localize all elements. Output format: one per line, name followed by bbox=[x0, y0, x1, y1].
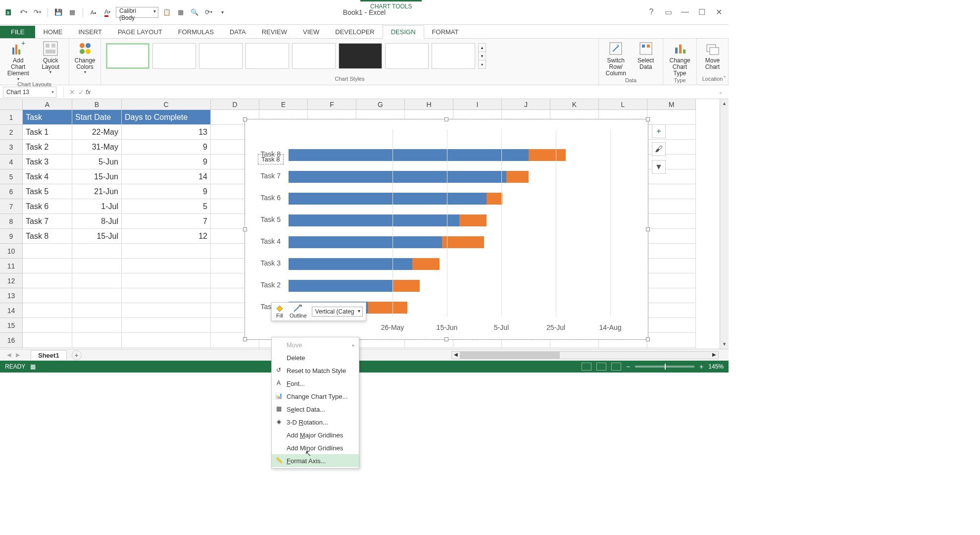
chart-bar[interactable] bbox=[289, 280, 420, 292]
fill-button[interactable]: Fill bbox=[275, 305, 285, 319]
change-colors-button[interactable]: Change Colors▾ bbox=[74, 41, 96, 75]
cell[interactable] bbox=[23, 318, 72, 333]
chart-plot-area[interactable]: Task 8 Task 8Task 7Task 6Task 5Task 4Tas… bbox=[253, 129, 636, 317]
row-header[interactable]: 1 bbox=[0, 110, 23, 125]
menu-reset-to-match-style[interactable]: ↺Reset to Match Style bbox=[272, 364, 359, 377]
chart-style-7[interactable] bbox=[385, 43, 429, 69]
menu-3d-rotation[interactable]: ◈3-D Rotation... bbox=[272, 416, 359, 428]
cell[interactable]: 15-Jul bbox=[72, 229, 122, 244]
chart-elements-button[interactable]: + bbox=[652, 124, 666, 138]
gallery-down-icon[interactable]: ▼ bbox=[479, 52, 486, 60]
sheet-nav-prev-icon[interactable]: ◀ bbox=[7, 352, 11, 358]
chart-style-8[interactable] bbox=[432, 43, 475, 69]
col-header-J[interactable]: J bbox=[502, 99, 550, 110]
cell[interactable] bbox=[72, 273, 122, 288]
zoom-out-button[interactable]: − bbox=[626, 363, 630, 371]
cell[interactable] bbox=[647, 229, 696, 244]
macro-record-icon[interactable]: ▦ bbox=[30, 363, 36, 370]
row-header[interactable]: 8 bbox=[0, 214, 23, 229]
cell[interactable]: 14 bbox=[122, 169, 211, 184]
cell[interactable] bbox=[23, 259, 72, 273]
chart-bar[interactable] bbox=[289, 258, 440, 270]
cell[interactable]: 9 bbox=[122, 140, 211, 155]
cell[interactable] bbox=[122, 303, 211, 318]
zoom-in-button[interactable]: + bbox=[699, 363, 703, 371]
col-header-E[interactable]: E bbox=[259, 99, 308, 110]
menu-format-axis[interactable]: 📏Format Axis... bbox=[272, 454, 359, 467]
chart-filters-button[interactable]: ▼ bbox=[652, 160, 666, 174]
tab-insert[interactable]: INSERT bbox=[70, 26, 109, 38]
horizontal-scrollbar[interactable]: ◀ ▶ bbox=[451, 351, 719, 359]
row-header[interactable]: 2 bbox=[0, 125, 23, 140]
cell[interactable]: Days to Complete bbox=[122, 110, 211, 125]
chart-style-1[interactable] bbox=[106, 43, 149, 69]
row-header[interactable]: 4 bbox=[0, 155, 23, 169]
cell[interactable] bbox=[647, 259, 696, 273]
col-header-K[interactable]: K bbox=[550, 99, 599, 110]
cell[interactable]: Start Date bbox=[72, 110, 122, 125]
cell[interactable]: Task 6 bbox=[23, 199, 72, 214]
cell[interactable] bbox=[647, 110, 696, 125]
cell[interactable] bbox=[72, 303, 122, 318]
chart-styles-button[interactable]: 🖌 bbox=[652, 142, 666, 156]
expand-formula-bar-icon[interactable]: ⌄ bbox=[719, 89, 726, 95]
cell[interactable]: 7 bbox=[122, 214, 211, 229]
sheet-nav-next-icon[interactable]: ▶ bbox=[16, 352, 20, 358]
cell[interactable]: Task bbox=[23, 110, 72, 125]
refresh-icon[interactable]: ⟳▾ bbox=[203, 7, 214, 18]
formula-input[interactable] bbox=[94, 87, 719, 98]
row-header[interactable]: 10 bbox=[0, 244, 23, 259]
col-header-L[interactable]: L bbox=[599, 99, 647, 110]
ribbon-collapse-icon[interactable]: ˆ bbox=[724, 76, 726, 83]
ribbon-display-options-icon[interactable]: ▭ bbox=[663, 7, 673, 17]
cell[interactable] bbox=[647, 288, 696, 303]
menu-font[interactable]: AFont... bbox=[272, 377, 359, 390]
menu-add-minor-gridlines[interactable]: Add Minor Gridlines bbox=[272, 441, 359, 454]
qat-customize-icon[interactable]: ▾ bbox=[217, 7, 228, 18]
excel-icon[interactable]: X bbox=[4, 7, 15, 18]
switch-row-column-button[interactable]: Switch Row/ Column bbox=[604, 41, 628, 77]
grid-icon[interactable]: ▦ bbox=[175, 7, 186, 18]
tab-design[interactable]: DESIGN bbox=[383, 25, 424, 39]
cell[interactable] bbox=[647, 199, 696, 214]
tab-developer[interactable]: DEVELOPER bbox=[327, 26, 382, 38]
cell[interactable]: Task 3 bbox=[23, 155, 72, 169]
paste-icon[interactable]: 📋 bbox=[161, 7, 172, 18]
change-chart-type-button[interactable]: Change Chart Type bbox=[668, 41, 691, 77]
chart-bar[interactable] bbox=[289, 236, 484, 248]
cell[interactable]: 5 bbox=[122, 199, 211, 214]
row-header[interactable]: 7 bbox=[0, 199, 23, 214]
font-color-icon[interactable]: A▾ bbox=[102, 7, 113, 18]
cell[interactable]: Task 7 bbox=[23, 214, 72, 229]
redo-icon[interactable]: ↷▾ bbox=[32, 7, 43, 18]
chart-bar[interactable] bbox=[289, 193, 502, 205]
cell[interactable] bbox=[23, 288, 72, 303]
cell[interactable] bbox=[122, 273, 211, 288]
move-chart-button[interactable]: Move Chart bbox=[702, 41, 723, 70]
select-data-button[interactable]: Select Data bbox=[634, 41, 658, 70]
cell[interactable]: Task 2 bbox=[23, 140, 72, 155]
chart-style-4[interactable] bbox=[245, 43, 289, 69]
tab-review[interactable]: REVIEW bbox=[254, 26, 295, 38]
menu-select-data[interactable]: ▦Select Data... bbox=[272, 403, 359, 416]
new-icon[interactable]: ▦ bbox=[67, 7, 78, 18]
cell[interactable]: 9 bbox=[122, 184, 211, 199]
cell[interactable]: Task 1 bbox=[23, 125, 72, 140]
chart-bar[interactable] bbox=[289, 214, 487, 226]
cell[interactable] bbox=[647, 214, 696, 229]
close-icon[interactable]: ✕ bbox=[714, 7, 724, 17]
cell[interactable] bbox=[122, 288, 211, 303]
help-icon[interactable]: ? bbox=[646, 7, 656, 17]
col-header-F[interactable]: F bbox=[308, 99, 356, 110]
zoom-level[interactable]: 145% bbox=[708, 363, 724, 370]
cell[interactable] bbox=[122, 318, 211, 333]
cell[interactable] bbox=[72, 318, 122, 333]
save-icon[interactable]: 💾 bbox=[53, 7, 64, 18]
scroll-left-icon[interactable]: ◀ bbox=[452, 352, 460, 359]
name-box[interactable]: Chart 13 bbox=[3, 87, 56, 98]
page-layout-view-icon[interactable] bbox=[596, 363, 606, 371]
cell[interactable] bbox=[647, 273, 696, 288]
scroll-down-icon[interactable]: ▼ bbox=[720, 340, 729, 349]
cell[interactable] bbox=[122, 244, 211, 259]
col-header-A[interactable]: A bbox=[23, 99, 72, 110]
